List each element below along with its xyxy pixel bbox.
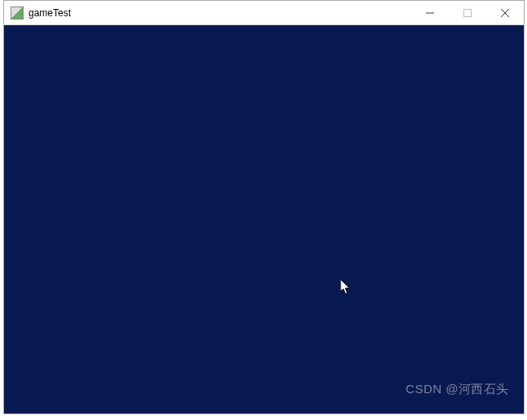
close-icon [501, 9, 509, 17]
window-controls [411, 1, 524, 24]
window-title: gameTest [29, 7, 71, 19]
watermark-text: CSDN @河西石头 [406, 382, 509, 397]
close-button[interactable] [486, 1, 524, 24]
minimize-button[interactable] [411, 1, 449, 24]
minimize-icon [426, 9, 434, 17]
mouse-cursor-icon [340, 279, 352, 299]
svg-rect-1 [464, 9, 472, 16]
maximize-button[interactable] [449, 1, 486, 24]
client-area[interactable]: CSDN @河西石头 [4, 25, 524, 413]
app-icon [11, 7, 24, 20]
titlebar[interactable]: gameTest [4, 1, 524, 25]
application-window: gameTest [3, 0, 525, 414]
maximize-icon [463, 9, 472, 17]
